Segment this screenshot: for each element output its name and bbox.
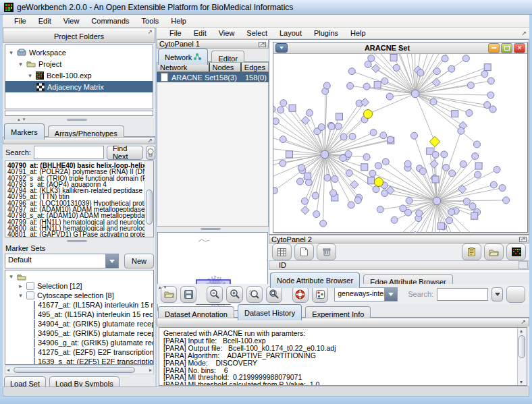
marker-item[interactable]: 40798_s_at: (ADAM10) ADAM metallopeptida… [5, 212, 144, 219]
cyto-menu-help[interactable]: Help [344, 28, 372, 38]
expander-icon[interactable]: ▾ [27, 72, 33, 79]
set-item[interactable]: 1639_s_at: (E2F5) E2F transcription fact… [5, 357, 153, 365]
network-window[interactable]: ARACNE Set ✕ [273, 42, 528, 233]
zoom-in-button[interactable] [226, 286, 242, 303]
history-scrollbar[interactable]: ▴ ▾ [517, 328, 527, 385]
scrollbar-thumb[interactable] [518, 335, 525, 358]
set-item[interactable]: 34905_at: (GRIK5) glutamate receptor, io… [5, 328, 153, 338]
float-window-icon[interactable] [259, 41, 266, 47]
tab-dataset-history[interactable]: Dataset History [238, 304, 302, 320]
delete-attribute-button[interactable] [317, 243, 336, 260]
menu-file[interactable]: File [8, 16, 32, 26]
dataset-history-text[interactable]: Generated with ARACNE run with paramters… [159, 327, 527, 386]
cyto-menu-select[interactable]: Select [240, 28, 273, 38]
scroll-up-icon[interactable]: ▴ [520, 328, 523, 334]
marker-item[interactable]: 40792_s_at: (TRIO) triple functional dom… [5, 175, 144, 181]
marker-set-combo[interactable]: Default [5, 254, 119, 268]
cyto-search-input[interactable] [437, 288, 488, 301]
network-graph[interactable] [273, 54, 527, 233]
cyto-menu-layout[interactable]: Layout [273, 28, 308, 38]
find-next-button[interactable]: Find Next [107, 146, 143, 160]
cyto-menu-edit[interactable]: Edit [188, 28, 213, 38]
cyto-menu-file[interactable]: File [163, 28, 188, 38]
scroll-right-icon[interactable]: ▸ [149, 367, 152, 373]
marker-item[interactable]: 40801_at: (GAPVD1) GTPase activating pro… [5, 231, 144, 237]
set-item[interactable]: 34904_at: (GRIK5) glutamate receptor, io… [5, 319, 153, 328]
combo-drop-button[interactable] [105, 254, 118, 268]
interaction-db-combo[interactable]: geneways-interacti... [334, 287, 398, 301]
zoom-fit-button[interactable] [266, 286, 282, 303]
splitter-arrows-icon[interactable]: ▴ ▾ [18, 117, 26, 122]
tab-markers[interactable]: Markers [4, 123, 45, 140]
menu-commands[interactable]: Commands [85, 16, 135, 26]
save-network-button[interactable] [180, 286, 196, 303]
scrollbar-thumb[interactable] [14, 367, 135, 373]
float-panel-icon[interactable]: ↗ [147, 138, 153, 144]
tab-network[interactable]: Network [158, 49, 208, 65]
scrollbar-thumb[interactable] [146, 190, 153, 225]
set-item[interactable]: 41677_at: (IL15RA) interleukin 15 recept… [5, 300, 153, 310]
float-panel-icon[interactable]: ↗ [147, 29, 153, 35]
window-titlebar[interactable]: geWorkbench 2.0.0 - An Open Extensible P… [0, 0, 532, 15]
menu-edit[interactable]: Edit [32, 16, 57, 26]
new-attribute-button[interactable] [294, 243, 314, 260]
marker-search-input[interactable] [34, 146, 104, 159]
splitter-horizontal[interactable] [157, 227, 269, 232]
expander-icon[interactable]: ▾ [18, 61, 24, 67]
splitter-grip[interactable] [67, 240, 87, 242]
marker-item[interactable]: 40800_at: (HN1L) hematological and neuro… [5, 225, 144, 231]
import-attributes-button[interactable] [462, 243, 481, 260]
zoom-selected-button[interactable] [246, 286, 263, 303]
set-item[interactable]: 41275_at: (E2F5) E2F transcription facto… [5, 347, 153, 357]
attribute-table-button[interactable] [272, 243, 292, 260]
marker-item[interactable]: 40795_at: (TTN) titin [5, 194, 144, 200]
combo-drop-button[interactable] [384, 288, 397, 301]
tree-node-adjacency-matrix[interactable]: Adjacency Matrix [5, 81, 153, 92]
menu-help[interactable]: Help [165, 16, 192, 26]
sets-root-row[interactable]: ▾ [5, 272, 153, 281]
network-window-titlebar[interactable]: ARACNE Set ✕ [273, 42, 527, 54]
help-button[interactable] [292, 286, 309, 303]
set-group-cytoscape[interactable]: ▾ Cytoscape selection [8] [5, 291, 153, 300]
expander-icon[interactable]: ▾ [8, 273, 14, 280]
frame-menu-button[interactable] [275, 43, 288, 53]
expander-icon[interactable]: ▾ [8, 49, 14, 56]
network-table-row[interactable]: ARACNE Set 158(3) 158(0) [157, 72, 269, 82]
scrollbar-stub[interactable] [518, 261, 528, 269]
new-set-button[interactable]: New [124, 254, 154, 268]
marker-item[interactable]: 40790_at: (BHLHE40) basic helix-loop-hel… [5, 163, 144, 169]
expander-icon[interactable]: ▸ [18, 283, 24, 289]
close-button[interactable]: ✕ [514, 43, 525, 53]
partial-button[interactable] [506, 286, 525, 303]
highlight-button[interactable] [146, 146, 155, 160]
float-panel-icon[interactable]: ↗ [521, 319, 526, 325]
tree-node-dataset[interactable]: ▾ Bcell-100.exp [5, 69, 153, 81]
open-attributes-button[interactable] [484, 243, 504, 260]
marker-item[interactable]: 40796_at: (LOC100131039) Hypothetical pr… [5, 200, 144, 206]
search-options-button[interactable] [491, 287, 503, 301]
marker-item[interactable]: 40791_at: (POLR2A) polymerase (RNA) II (… [5, 169, 144, 175]
marker-list[interactable]: 40790_at: (BHLHE40) basic helix-loop-hel… [5, 161, 154, 237]
cyto-menu-plugins[interactable]: Plugins [308, 28, 344, 38]
restore-button[interactable] [501, 43, 512, 53]
heatmap-view-button[interactable] [506, 243, 526, 260]
cyto-menu-view[interactable]: View [213, 28, 241, 38]
marker-sets-tree[interactable]: ▾ ▸ Selection [12] ▾ Cytoscape selection… [5, 270, 154, 365]
column-edges[interactable]: Edges [242, 63, 268, 71]
sets-hscrollbar[interactable]: ◂ ▸ [5, 366, 154, 374]
set-item[interactable]: 495_at: (IL15RA) interleukin 15 receptor… [5, 310, 153, 319]
expander-icon[interactable]: ▾ [18, 292, 24, 299]
splitter-grip[interactable] [201, 228, 221, 230]
tree-node-workspace[interactable]: ▾ Workspace [5, 47, 153, 58]
menu-tools[interactable]: Tools [136, 16, 165, 26]
splitter-grip[interactable] [67, 119, 87, 121]
float-panel-icon[interactable]: ↗ [521, 30, 527, 36]
checkbox[interactable] [26, 291, 34, 299]
annotation-button[interactable] [312, 286, 328, 303]
marker-item[interactable]: 40794_at: (KLK3) kallikrein-related pept… [5, 187, 144, 194]
scroll-down-icon[interactable]: ▾ [520, 379, 523, 385]
float-window-icon[interactable] [519, 236, 527, 242]
set-group-selection[interactable]: ▸ Selection [12] [5, 281, 153, 291]
marker-item[interactable]: 40797_at: (ADAM10) ADAM metallopeptidase… [5, 206, 144, 212]
zoom-out-button[interactable] [207, 286, 223, 303]
